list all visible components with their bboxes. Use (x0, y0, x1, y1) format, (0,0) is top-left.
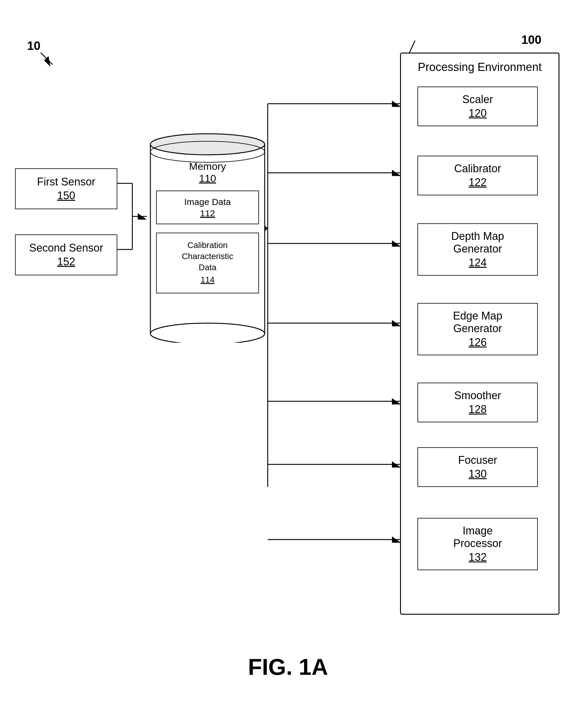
scaler-number: 120 (421, 107, 534, 120)
focuser-number: 130 (421, 468, 534, 480)
svg-line-9 (409, 40, 415, 54)
calib-data-name-line2: Characteristic (182, 251, 233, 261)
scaler-name: Scaler (421, 93, 534, 106)
memory-cylinder: Memory 110 Image Data 112 Calibration Ch… (147, 126, 268, 343)
smoother-name: Smoother (421, 389, 534, 402)
image-data-number: 112 (200, 208, 215, 218)
edge-map-generator-box: Edge MapGenerator 126 (417, 303, 538, 355)
processing-environment-box: Processing Environment Scaler 120 Calibr… (400, 53, 559, 615)
memory-name: Memory (189, 160, 226, 172)
first-sensor-number: 150 (19, 189, 114, 202)
processing-environment-label: Processing Environment (401, 54, 558, 73)
edge-map-generator-number: 126 (421, 336, 534, 349)
calibrator-number: 122 (421, 176, 534, 189)
calib-data-name-line3: Data (199, 263, 217, 272)
svg-line-8 (40, 53, 53, 65)
calibrator-name: Calibrator (421, 162, 534, 175)
memory-number: 110 (199, 173, 216, 184)
edge-map-generator-name: Edge MapGenerator (421, 310, 534, 335)
scaler-box: Scaler 120 (417, 87, 538, 126)
calib-data-name-line1: Calibration (188, 240, 228, 250)
second-sensor-name: Second Sensor (19, 242, 114, 254)
image-processor-name: ImageProcessor (421, 524, 534, 550)
smoother-number: 128 (421, 403, 534, 416)
smoother-box: Smoother 128 (417, 383, 538, 422)
first-sensor-box: First Sensor 150 (15, 168, 117, 209)
first-sensor-name: First Sensor (19, 176, 114, 188)
image-processor-number: 132 (421, 551, 534, 564)
depth-map-generator-box: Depth MapGenerator 124 (417, 223, 538, 276)
calibrator-box: Calibrator 122 (417, 156, 538, 195)
depth-map-generator-name: Depth MapGenerator (421, 230, 534, 255)
svg-rect-4 (156, 191, 259, 224)
calib-data-number: 114 (201, 275, 215, 284)
svg-point-1 (150, 323, 265, 343)
second-sensor-box: Second Sensor 152 (15, 235, 117, 275)
fig-label: FIG. 1A (248, 654, 328, 680)
focuser-name: Focuser (421, 454, 534, 466)
label-10: 10 (27, 39, 40, 53)
second-sensor-number: 152 (19, 255, 114, 268)
focuser-box: Focuser 130 (417, 447, 538, 487)
label-100: 100 (521, 33, 541, 47)
image-processor-box: ImageProcessor 132 (417, 518, 538, 570)
image-data-name: Image Data (184, 197, 231, 207)
depth-map-generator-number: 124 (421, 256, 534, 269)
